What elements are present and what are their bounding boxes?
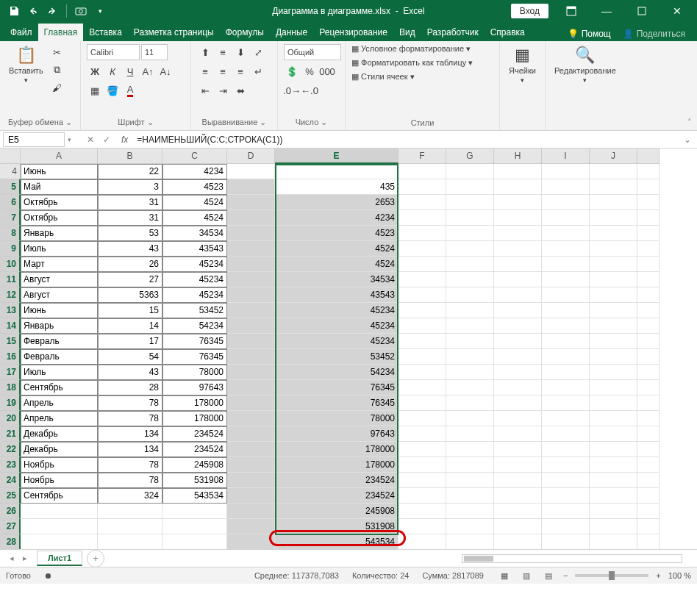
cell[interactable] xyxy=(398,226,446,241)
orientation-icon[interactable]: ⤢ xyxy=(250,44,266,60)
row-header[interactable]: 19 xyxy=(0,395,21,411)
camera-icon[interactable] xyxy=(73,3,89,19)
cell[interactable]: 234524 xyxy=(275,473,398,488)
cell[interactable] xyxy=(590,442,637,457)
select-all-corner[interactable] xyxy=(0,148,21,164)
cell[interactable] xyxy=(494,411,542,426)
cell[interactable]: 45234 xyxy=(275,318,398,334)
cell[interactable] xyxy=(637,380,660,395)
cell[interactable] xyxy=(446,334,494,349)
cell[interactable] xyxy=(542,395,590,411)
cell[interactable] xyxy=(637,287,660,303)
cell[interactable]: Январь xyxy=(21,226,98,241)
percent-icon[interactable]: % xyxy=(301,63,318,79)
cell[interactable] xyxy=(398,210,446,226)
copy-icon[interactable]: ⧉ xyxy=(49,62,65,78)
cell[interactable]: 543534 xyxy=(275,534,398,550)
cell[interactable]: 4524 xyxy=(162,210,227,226)
cell[interactable]: 97643 xyxy=(162,380,227,395)
page-break-view-icon[interactable]: ▤ xyxy=(541,570,556,581)
cell[interactable] xyxy=(446,349,494,365)
cell[interactable]: 531908 xyxy=(162,473,227,488)
col-header[interactable]: D xyxy=(227,148,275,164)
cell[interactable] xyxy=(398,457,446,473)
cell[interactable]: 78000 xyxy=(275,411,398,426)
cell[interactable]: Июнь xyxy=(21,303,98,318)
cell[interactable] xyxy=(227,164,275,179)
cell[interactable]: 45234 xyxy=(162,272,227,287)
fx-icon[interactable]: fx xyxy=(117,135,132,145)
cell[interactable]: 4234 xyxy=(162,164,227,179)
cell[interactable] xyxy=(494,241,542,257)
col-header[interactable]: F xyxy=(398,148,446,164)
cell[interactable] xyxy=(446,241,494,257)
cell[interactable]: Сентябрь xyxy=(21,488,98,504)
increase-decimal-icon[interactable]: .0→ xyxy=(284,82,300,99)
cell[interactable] xyxy=(446,303,494,318)
row-header[interactable]: 25 xyxy=(0,488,21,504)
cell[interactable]: Апрель xyxy=(21,395,98,411)
cell[interactable] xyxy=(637,164,660,179)
cell[interactable] xyxy=(227,473,275,488)
cell[interactable]: 31 xyxy=(98,210,162,226)
col-header[interactable] xyxy=(637,148,660,164)
cell[interactable]: 43543 xyxy=(275,287,398,303)
cell[interactable]: 531908 xyxy=(275,519,398,534)
cell[interactable] xyxy=(590,349,637,365)
col-header[interactable]: C xyxy=(162,148,227,164)
name-box[interactable]: E5 xyxy=(3,132,65,147)
cell[interactable]: 78 xyxy=(98,411,162,426)
cell[interactable]: 76345 xyxy=(162,349,227,365)
cell[interactable] xyxy=(542,380,590,395)
cell[interactable] xyxy=(590,473,637,488)
row-header[interactable]: 17 xyxy=(0,365,21,380)
cell[interactable]: 76345 xyxy=(275,395,398,411)
maximize-icon[interactable] xyxy=(625,0,659,22)
cell[interactable] xyxy=(590,241,637,257)
cell[interactable] xyxy=(637,395,660,411)
cell[interactable]: 543534 xyxy=(162,488,227,504)
cell[interactable] xyxy=(542,519,590,534)
cell[interactable] xyxy=(227,349,275,365)
cell[interactable]: 178000 xyxy=(162,411,227,426)
cell[interactable]: 53452 xyxy=(275,349,398,365)
cell[interactable] xyxy=(542,241,590,257)
cell[interactable] xyxy=(446,395,494,411)
number-format-combo[interactable]: Общий xyxy=(284,44,341,60)
cell[interactable] xyxy=(446,287,494,303)
cell[interactable] xyxy=(542,504,590,519)
cell[interactable] xyxy=(446,195,494,210)
cell[interactable] xyxy=(590,334,637,349)
cell[interactable] xyxy=(542,426,590,442)
tab-файл[interactable]: Файл xyxy=(4,24,38,41)
cell[interactable] xyxy=(637,442,660,457)
cell[interactable] xyxy=(227,287,275,303)
formula-input[interactable]: =НАИМЕНЬШИЙ(C:C;СТРОКА(C1)) xyxy=(132,135,678,145)
align-right-icon[interactable]: ≡ xyxy=(232,63,249,79)
cell[interactable]: 43543 xyxy=(162,241,227,257)
cell[interactable] xyxy=(21,534,98,550)
borders-icon[interactable]: ▦ xyxy=(87,82,103,99)
bold-icon[interactable]: Ж xyxy=(87,63,103,79)
decrease-font-icon[interactable]: A↓ xyxy=(157,63,174,79)
cell[interactable] xyxy=(590,195,637,210)
cell[interactable] xyxy=(494,380,542,395)
cell[interactable]: 4234 xyxy=(275,210,398,226)
cell[interactable]: 97643 xyxy=(275,426,398,442)
increase-font-icon[interactable]: A↑ xyxy=(140,63,156,79)
cell[interactable] xyxy=(590,179,637,195)
cell[interactable]: 45234 xyxy=(275,303,398,318)
cell[interactable] xyxy=(637,457,660,473)
tab-формулы[interactable]: Формулы xyxy=(220,24,270,41)
row-header[interactable]: 15 xyxy=(0,334,21,349)
cell[interactable] xyxy=(637,504,660,519)
sheet-tab[interactable]: Лист1 xyxy=(37,551,82,566)
cell[interactable]: 78 xyxy=(98,395,162,411)
cell[interactable] xyxy=(494,287,542,303)
cell[interactable] xyxy=(590,257,637,272)
cell[interactable]: 14 xyxy=(98,318,162,334)
cell[interactable] xyxy=(227,210,275,226)
cell[interactable] xyxy=(542,226,590,241)
cell[interactable]: 324 xyxy=(98,488,162,504)
zoom-out-icon[interactable]: − xyxy=(563,571,568,580)
